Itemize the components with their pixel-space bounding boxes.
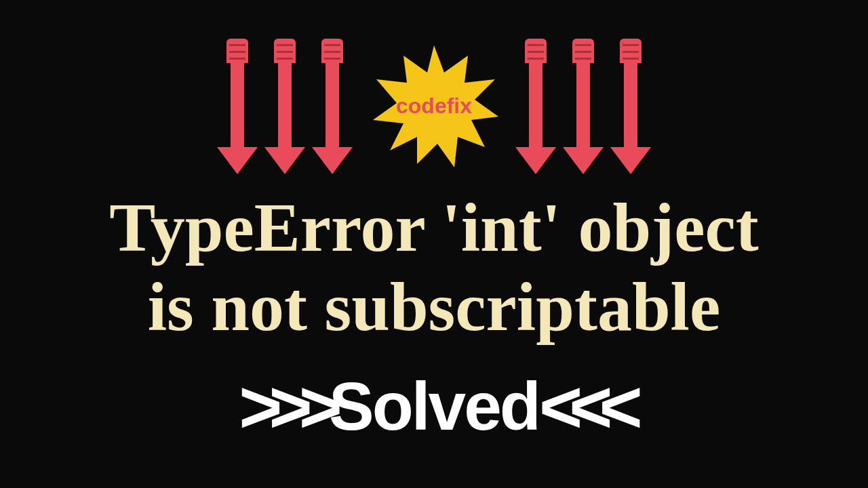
error-title: TypeError 'int' object is not subscripta… xyxy=(109,188,759,347)
solved-row: >>> Solved <<< xyxy=(239,363,629,449)
down-arrow-icon xyxy=(617,39,644,174)
title-line-2: is not subscriptable xyxy=(109,267,759,346)
top-row: codefix xyxy=(224,39,644,174)
down-arrow-icon xyxy=(271,39,298,174)
down-arrow-icon xyxy=(570,39,597,174)
down-arrow-icon xyxy=(522,39,549,174)
down-arrow-icon xyxy=(224,39,251,174)
down-arrow-icon xyxy=(319,39,346,174)
solved-label: Solved xyxy=(329,367,539,445)
arrow-group-right xyxy=(522,39,644,174)
arrow-group-left xyxy=(224,39,346,174)
chevron-left-icon: <<< xyxy=(539,363,629,449)
thumbnail-container: codefix TypeError 'int' object is not su… xyxy=(0,0,868,488)
chevron-right-icon: >>> xyxy=(239,363,329,449)
title-line-1: TypeError 'int' object xyxy=(109,188,759,267)
burst-badge: codefix xyxy=(366,39,502,174)
burst-label: codefix xyxy=(396,94,472,119)
